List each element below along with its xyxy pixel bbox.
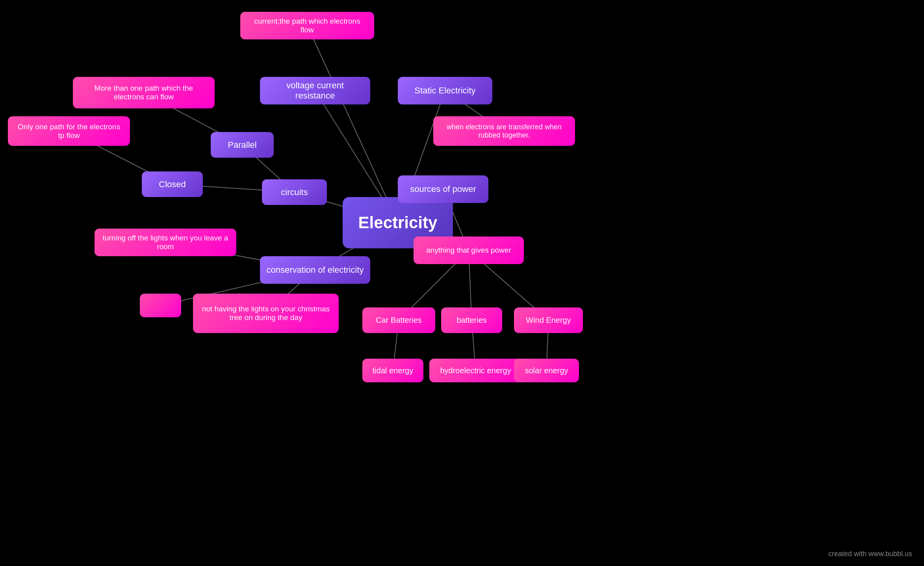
- node-circuits[interactable]: circuits: [262, 179, 327, 205]
- node-turning-off[interactable]: turning off the lights when you leave a …: [95, 229, 236, 256]
- watermark: created with www.bubbl.us: [828, 550, 912, 558]
- node-when-electrons[interactable]: when electrons are transferred when rubb…: [433, 116, 575, 146]
- node-hydroelectric[interactable]: hydroelectric energy: [429, 359, 522, 382]
- node-not-having[interactable]: not having the lights on your christmas …: [193, 294, 339, 333]
- node-solar-energy[interactable]: solar energy: [514, 359, 579, 382]
- node-parallel[interactable]: Parallel: [211, 132, 274, 158]
- node-current[interactable]: current;the path which electrons flow: [240, 12, 374, 39]
- node-wind-energy[interactable]: Wind Energy: [514, 307, 583, 333]
- node-static[interactable]: Static Electricity: [398, 77, 492, 104]
- node-conservation[interactable]: conservation of electricity: [260, 256, 370, 284]
- node-only-one[interactable]: Only one path for the electrons tp flow: [8, 116, 130, 146]
- node-blank[interactable]: [140, 294, 181, 317]
- node-batteries[interactable]: batteries: [441, 307, 502, 333]
- node-anything[interactable]: anything that gives power: [414, 236, 524, 264]
- node-more-than-one[interactable]: More than one path which the electrons c…: [73, 77, 215, 108]
- node-tidal-energy[interactable]: tidal energy: [362, 359, 423, 382]
- node-car-batteries[interactable]: Car Batteries: [362, 307, 435, 333]
- node-voltage[interactable]: voltage current resistance: [260, 77, 370, 104]
- node-sources[interactable]: sources of power: [398, 175, 488, 203]
- node-closed[interactable]: Closed: [142, 171, 203, 197]
